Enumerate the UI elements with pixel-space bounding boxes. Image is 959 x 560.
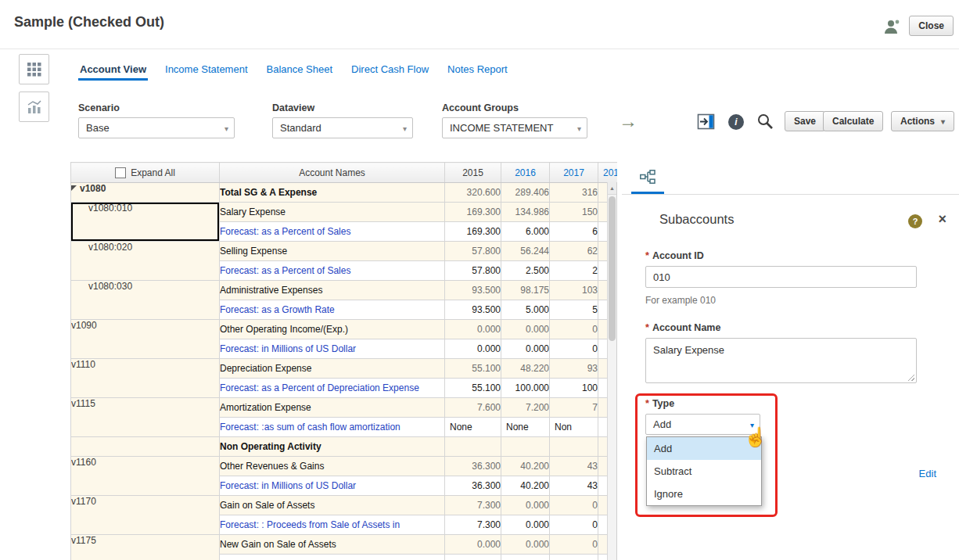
- value-cell[interactable]: 169.300: [445, 222, 501, 242]
- dataview-dropdown[interactable]: Standard ▾: [272, 117, 413, 138]
- calculate-button[interactable]: Calculate: [823, 111, 883, 131]
- value-cell[interactable]: [445, 555, 501, 560]
- type-option-add[interactable]: Add: [647, 437, 761, 460]
- value-cell[interactable]: 7.300: [445, 496, 501, 515]
- value-cell[interactable]: 55.100: [445, 359, 501, 379]
- value-cell[interactable]: [501, 437, 550, 457]
- value-cell[interactable]: 0: [550, 535, 598, 555]
- value-cell[interactable]: 6: [550, 222, 598, 242]
- account-id-cell[interactable]: [71, 437, 220, 457]
- value-cell[interactable]: 5: [550, 300, 598, 320]
- account-name-cell[interactable]: Total SG & A Expense: [220, 183, 445, 203]
- account-name-cell[interactable]: Other Operating Income/(Exp.): [220, 320, 445, 339]
- value-cell[interactable]: 5.000: [501, 300, 550, 320]
- actions-menu-button[interactable]: Actions ▾: [891, 111, 954, 131]
- help-icon[interactable]: ?: [908, 214, 922, 228]
- user-icon[interactable]: [882, 17, 901, 36]
- account-id-cell[interactable]: v1160: [71, 457, 220, 496]
- value-cell[interactable]: 40.200: [501, 476, 550, 496]
- value-cell[interactable]: 150: [550, 203, 598, 222]
- collapse-caret-icon[interactable]: [71, 185, 77, 191]
- value-cell[interactable]: 0: [550, 320, 598, 339]
- value-cell[interactable]: 0.000: [501, 515, 550, 535]
- value-cell[interactable]: 103: [550, 281, 598, 300]
- value-cell[interactable]: [550, 437, 598, 457]
- tab-notes-report[interactable]: Notes Report: [446, 63, 509, 81]
- value-cell[interactable]: 57.800: [445, 242, 501, 261]
- value-cell[interactable]: 6.000: [501, 222, 550, 242]
- grid-scrollbar[interactable]: ▲: [607, 182, 617, 560]
- chart-view-button[interactable]: [19, 92, 49, 122]
- account-name-cell[interactable]: Salary Expense: [220, 203, 445, 222]
- value-cell[interactable]: 36.300: [445, 476, 501, 496]
- value-cell[interactable]: 40.200: [501, 457, 550, 476]
- scroll-up-icon[interactable]: ▲: [608, 182, 616, 195]
- value-cell[interactable]: 98.175: [501, 281, 550, 300]
- type-option-subtract[interactable]: Subtract: [647, 460, 761, 483]
- info-icon[interactable]: i: [728, 114, 744, 130]
- edit-link[interactable]: Edit: [919, 468, 936, 479]
- tab-direct-cash-flow[interactable]: Direct Cash Flow: [350, 63, 430, 81]
- value-cell[interactable]: 93.500: [445, 281, 501, 300]
- value-cell[interactable]: 0: [550, 339, 598, 359]
- account-name-cell[interactable]: Depreciation Expense: [220, 359, 445, 379]
- column-header-2015[interactable]: 2015: [445, 163, 501, 183]
- value-cell[interactable]: 57.800: [445, 261, 501, 281]
- account-name-cell[interactable]: New Gain on Sale of Assets: [220, 535, 445, 555]
- value-cell[interactable]: 93: [550, 359, 598, 379]
- value-cell[interactable]: 7: [550, 398, 598, 418]
- scenario-dropdown[interactable]: Base ▾: [78, 117, 235, 138]
- column-header-2018[interactable]: 2018: [598, 163, 618, 183]
- tab-balance-sheet[interactable]: Balance Sheet: [265, 63, 335, 81]
- account-groups-dropdown[interactable]: INCOME STATEMENT ▾: [442, 117, 587, 138]
- close-button[interactable]: Close: [909, 16, 954, 36]
- value-cell[interactable]: None: [445, 418, 501, 437]
- panel-close-icon[interactable]: ×: [938, 211, 946, 228]
- value-cell[interactable]: 100.000: [501, 379, 550, 398]
- account-id-input[interactable]: [645, 266, 917, 288]
- save-button[interactable]: Save: [785, 111, 825, 131]
- value-cell[interactable]: 134.986: [501, 203, 550, 222]
- panel-tab-hierarchy[interactable]: [631, 162, 664, 194]
- value-cell[interactable]: 316: [550, 183, 598, 203]
- column-header-2016[interactable]: 2016: [501, 163, 550, 183]
- search-icon[interactable]: [756, 112, 774, 131]
- value-cell[interactable]: 100: [550, 379, 598, 398]
- forecast-method-link[interactable]: Forecast: as a Percent of Sales: [220, 222, 445, 242]
- tab-account-view[interactable]: Account View: [78, 63, 148, 81]
- account-id-cell[interactable]: v1080:030: [71, 281, 220, 320]
- value-cell[interactable]: 93.500: [445, 300, 501, 320]
- value-cell[interactable]: 36.300: [445, 457, 501, 476]
- account-id-cell[interactable]: v1080:020: [71, 242, 220, 281]
- value-cell[interactable]: Non: [550, 418, 598, 437]
- value-cell[interactable]: 0.000: [445, 339, 501, 359]
- account-id-cell-selected[interactable]: v1080:010: [71, 203, 220, 242]
- value-cell[interactable]: 56.244: [501, 242, 550, 261]
- go-arrow-icon[interactable]: →: [619, 110, 638, 132]
- account-name-cell[interactable]: Other Revenues & Gains: [220, 457, 445, 476]
- account-id-cell[interactable]: v1090: [71, 320, 220, 359]
- tab-income-statement[interactable]: Income Statement: [163, 63, 250, 81]
- forecast-method-link[interactable]: Forecast: in Millions of US Dollar: [220, 339, 445, 359]
- account-name-cell[interactable]: Administrative Expenses: [220, 281, 445, 300]
- value-cell[interactable]: 7.600: [445, 398, 501, 418]
- value-cell[interactable]: 0.000: [501, 320, 550, 339]
- column-header-2017[interactable]: 2017: [550, 163, 598, 183]
- value-cell[interactable]: 320.600: [445, 183, 501, 203]
- value-cell[interactable]: 289.406: [501, 183, 550, 203]
- type-dropdown[interactable]: Add ▾: [645, 414, 760, 435]
- value-cell[interactable]: 43: [550, 457, 598, 476]
- forecast-method-link[interactable]: Forecast: : Proceeds from Sale of Assets…: [220, 515, 445, 535]
- type-option-ignore[interactable]: Ignore: [647, 483, 761, 505]
- account-id-cell[interactable]: v1175: [71, 535, 220, 560]
- value-cell[interactable]: 55.100: [445, 379, 501, 398]
- forecast-method-link[interactable]: Forecast: as a Percent of Sales: [220, 261, 445, 281]
- forecast-method-link[interactable]: Forecast: in Millions of US Dollar: [220, 476, 445, 496]
- account-id-cell[interactable]: v1170: [71, 496, 220, 535]
- grid-view-button[interactable]: [19, 54, 49, 84]
- account-name-textarea[interactable]: Salary Expense: [645, 338, 917, 383]
- value-cell[interactable]: None: [501, 418, 550, 437]
- value-cell[interactable]: 169.300: [445, 203, 501, 222]
- account-id-cell[interactable]: v1080: [71, 183, 220, 203]
- account-id-cell[interactable]: v1110: [71, 359, 220, 398]
